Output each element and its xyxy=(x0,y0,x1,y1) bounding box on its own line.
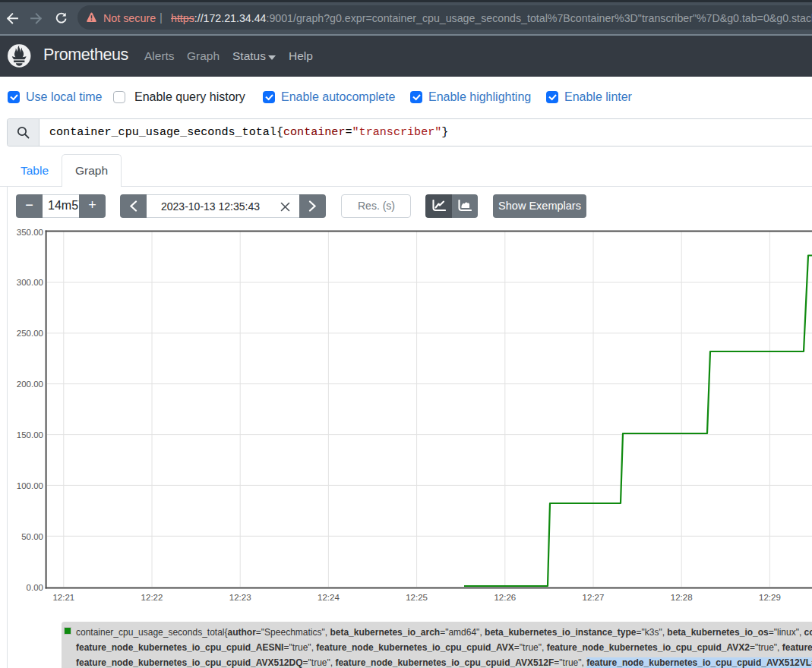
svg-text:200.00: 200.00 xyxy=(17,380,43,389)
svg-text:12:28: 12:28 xyxy=(671,593,693,602)
svg-text:350.00: 350.00 xyxy=(17,228,43,237)
svg-text:12:29: 12:29 xyxy=(759,593,781,602)
svg-text:12:24: 12:24 xyxy=(318,593,340,602)
svg-text:150.00: 150.00 xyxy=(17,430,43,440)
svg-text:12:23: 12:23 xyxy=(229,593,251,602)
svg-text:12:21: 12:21 xyxy=(52,593,74,602)
svg-text:50.00: 50.00 xyxy=(21,532,43,541)
svg-text:250.00: 250.00 xyxy=(17,329,43,338)
svg-text:12:26: 12:26 xyxy=(494,593,516,602)
svg-text:12:25: 12:25 xyxy=(406,593,428,602)
svg-text:300.00: 300.00 xyxy=(17,278,43,287)
svg-text:0.00: 0.00 xyxy=(27,583,43,592)
svg-text:100.00: 100.00 xyxy=(17,481,43,490)
svg-text:12:27: 12:27 xyxy=(583,593,605,602)
svg-text:12:22: 12:22 xyxy=(141,593,163,602)
